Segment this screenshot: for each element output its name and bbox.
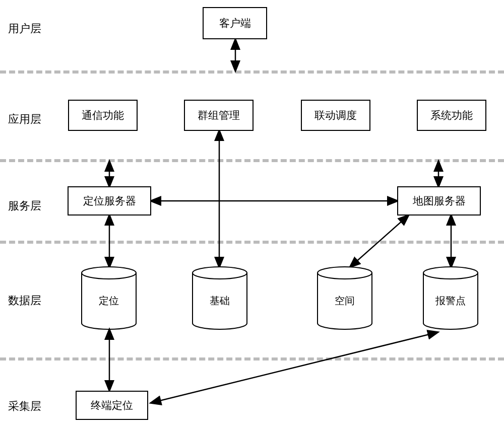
group-label: 群组管理 <box>198 108 240 122</box>
client-label: 客户端 <box>219 16 251 30</box>
separator-3 <box>0 241 504 244</box>
base-cyl-label: 基础 <box>210 289 230 308</box>
system-label: 系统功能 <box>430 108 473 122</box>
linkage-box: 联动调度 <box>301 100 370 131</box>
separator-1 <box>0 70 504 74</box>
space-cyl-label: 空间 <box>335 289 355 308</box>
loc-server-label: 定位服务器 <box>83 194 136 208</box>
map-server-box: 地图服务器 <box>397 186 481 215</box>
layer-label-data: 数据层 <box>8 293 41 308</box>
comm-label: 通信功能 <box>82 108 124 122</box>
space-cylinder: 空间 <box>317 266 373 330</box>
layer-label-service: 服务层 <box>8 198 41 213</box>
alarm-cylinder: 报警点 <box>422 266 479 330</box>
svg-point-16 <box>318 267 372 279</box>
layer-label-app: 应用层 <box>8 112 41 127</box>
svg-point-10 <box>82 267 136 279</box>
layer-label-user: 用户层 <box>8 21 41 36</box>
client-box: 客户端 <box>203 7 267 39</box>
svg-point-13 <box>193 267 247 279</box>
system-box: 系统功能 <box>417 100 486 131</box>
terminal-label: 终端定位 <box>91 398 133 412</box>
alarm-cyl-label: 报警点 <box>435 289 466 308</box>
separator-4 <box>0 357 504 361</box>
group-box: 群组管理 <box>184 100 254 131</box>
linkage-label: 联动调度 <box>314 108 357 122</box>
arrows-svg <box>0 0 504 432</box>
layer-label-collect: 采集层 <box>8 399 41 414</box>
loc-cylinder: 定位 <box>81 266 137 330</box>
map-server-label: 地图服务器 <box>413 194 466 208</box>
loc-cyl-label: 定位 <box>99 289 119 308</box>
comm-box: 通信功能 <box>68 100 138 131</box>
svg-point-19 <box>423 267 478 279</box>
loc-server-box: 定位服务器 <box>68 186 151 215</box>
base-cylinder: 基础 <box>192 266 248 330</box>
terminal-box: 终端定位 <box>76 391 148 420</box>
svg-line-9 <box>151 332 437 403</box>
separator-2 <box>0 159 504 162</box>
